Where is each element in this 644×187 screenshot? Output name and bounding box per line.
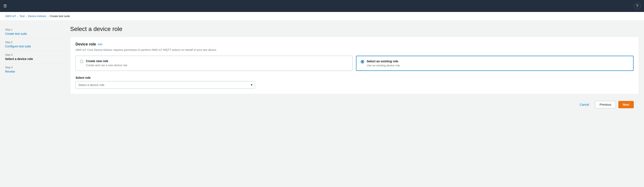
sidebar-step-4: Step 4 Review (5, 63, 65, 76)
main-layout: Step 1 Create test suite Step 2 Configur… (0, 20, 644, 119)
sidebar-step-1: Step 1 Create test suite (5, 26, 65, 38)
create-new-radio[interactable] (80, 60, 84, 63)
select-existing-role-title: Select an existing role (367, 60, 400, 63)
role-options: Create new role Create and use a new dev… (76, 56, 634, 71)
sidebar-step-2: Step 2 Configure test suite (5, 38, 65, 51)
step-4-number: Step 4 (5, 66, 65, 69)
step-1-number: Step 1 (5, 28, 65, 31)
select-existing-role-desc: Use an existing device role (367, 64, 400, 67)
step-2-number: Step 2 (5, 41, 65, 44)
breadcrumb-test[interactable]: Test (20, 14, 24, 18)
sidebar-item-select-device-role: Select a device role (5, 57, 33, 61)
card-title: Device role (76, 42, 96, 46)
footer-actions: Cancel Previous Next (70, 96, 639, 113)
next-button[interactable]: Next (618, 101, 634, 108)
create-new-role-desc: Create and use a new device role (86, 64, 128, 67)
breadcrumb-sep-2: › (26, 15, 27, 17)
page-title: Select a device role (70, 26, 639, 32)
breadcrumb-aws-iot[interactable]: AWS IoT (5, 14, 16, 18)
card-description: AWS IoT Core Device Advisor requires per… (76, 48, 634, 51)
select-role-section: Select role Select a device role ▼ (76, 76, 634, 89)
card-header: Device role Info (76, 42, 634, 46)
help-icon[interactable]: ? (634, 2, 640, 9)
create-new-role-option[interactable]: Create new role Create and use a new dev… (76, 56, 352, 71)
step-3-number: Step 3 (5, 53, 65, 56)
select-existing-role-option[interactable]: Select an existing role Use an existing … (356, 56, 634, 71)
hamburger-icon[interactable]: ☰ (4, 4, 7, 8)
sidebar: Step 1 Create test suite Step 2 Configur… (5, 26, 65, 113)
radio-inner-dot (362, 61, 363, 63)
sidebar-item-create-test-suite[interactable]: Create test suite (5, 32, 27, 35)
device-role-select[interactable]: Select a device role (76, 81, 255, 89)
content-area: Select a device role Device role Info AW… (70, 26, 639, 113)
breadcrumb-current: Create test suite (50, 14, 70, 18)
previous-button[interactable]: Previous (595, 101, 616, 108)
breadcrumb: AWS IoT › Test › Device Advisor › Create… (0, 12, 644, 20)
info-link[interactable]: Info (98, 43, 102, 46)
cancel-button[interactable]: Cancel (576, 101, 593, 108)
select-role-label: Select role (76, 76, 634, 79)
device-role-card: Device role Info AWS IoT Core Device Adv… (70, 37, 639, 94)
select-wrapper: Select a device role ▼ (76, 81, 255, 89)
breadcrumb-sep-1: › (18, 15, 18, 17)
breadcrumb-sep-3: › (48, 15, 48, 17)
sidebar-step-3: Step 3 Select a device role (5, 51, 65, 63)
top-bar: ☰ ? (0, 0, 644, 12)
select-existing-radio[interactable] (361, 60, 364, 63)
sidebar-item-review[interactable]: Review (5, 70, 15, 73)
create-new-role-text: Create new role Create and use a new dev… (86, 59, 128, 67)
sidebar-item-configure-test-suite[interactable]: Configure test suite (5, 45, 31, 48)
breadcrumb-device-advisor[interactable]: Device Advisor (28, 14, 46, 18)
create-new-role-title: Create new role (86, 59, 128, 63)
select-existing-role-text: Select an existing role Use an existing … (367, 60, 400, 67)
